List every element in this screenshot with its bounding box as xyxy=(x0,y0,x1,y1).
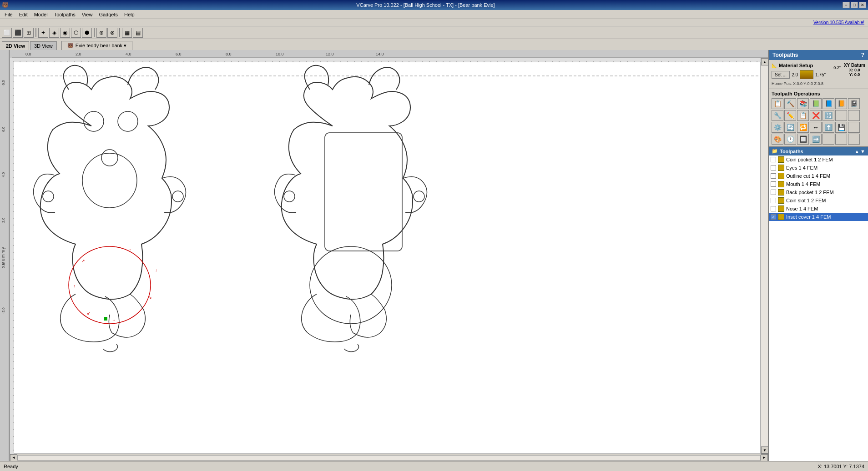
toolpaths-down-btn[interactable]: ▼ xyxy=(860,149,865,154)
op-fluting-btn[interactable]: ❌ xyxy=(810,110,822,121)
panel-title: Toolpaths xyxy=(772,52,798,58)
toolpath-checkbox-7[interactable]: ✓ xyxy=(771,214,776,220)
toolpath-item-0[interactable]: Coin pocket 1 2 FEM xyxy=(769,155,868,164)
scroll-down-button[interactable]: ▼ xyxy=(761,446,768,454)
toolbar-btn-2[interactable]: ⬛ xyxy=(13,28,23,38)
toolpaths-list-icon: 📁 xyxy=(772,148,778,154)
svg-text:4.0: 4.0 xyxy=(1,172,5,177)
op-edit-btn[interactable]: ↔️ xyxy=(810,122,822,133)
op-clock-btn[interactable]: 🕐 xyxy=(784,134,796,145)
close-button[interactable]: ✕ xyxy=(859,2,866,8)
toolbar-btn-12[interactable]: ▤ xyxy=(133,28,143,38)
menu-help[interactable]: Help xyxy=(121,11,137,18)
home-pos: Home Pos: X:0.0 Y:0.0 Z:0.8 xyxy=(772,81,865,86)
hscroll-track[interactable] xyxy=(17,455,761,461)
toolbar-btn-11[interactable]: ▦ xyxy=(122,28,132,38)
bear-drawing: → ↓ ↘ → ↙ ↑ ↗ xyxy=(14,62,760,453)
toolbar-btn-3[interactable]: ⊞ xyxy=(24,28,34,38)
op-recycle-btn[interactable]: 🔢 xyxy=(823,110,834,121)
file-tab[interactable]: 🐻 Evie teddy bear bank ▾ xyxy=(61,41,132,50)
tab-2d-view[interactable]: 2D View xyxy=(2,41,29,50)
op-unused3 xyxy=(848,122,860,133)
op-moulding-btn[interactable]: 📋 xyxy=(797,110,809,121)
toolpath-label-5: Coin slot 1 2 FEM xyxy=(786,198,826,203)
menu-toolpaths[interactable]: Toolpaths xyxy=(51,11,78,18)
menu-gadgets[interactable]: Gadgets xyxy=(96,11,121,18)
toolbar-btn-1[interactable]: ⬜ xyxy=(2,28,12,38)
toolpath-checkbox-4[interactable] xyxy=(771,190,776,195)
op-pocket-btn[interactable]: 🔨 xyxy=(784,98,796,109)
toolpath-item-1[interactable]: Eyes 1 4 FEM xyxy=(769,164,868,172)
status-text: Ready xyxy=(4,464,18,469)
toolbar-btn-9[interactable]: ⊕ xyxy=(96,28,106,38)
toolpath-item-7[interactable]: ✓Inset cover 1 4 FEM xyxy=(769,213,868,221)
toolpath-checkbox-3[interactable] xyxy=(771,181,776,187)
version-text: Version 10.505 Available! xyxy=(813,20,864,25)
vscroll[interactable]: ▲ ▼ xyxy=(761,58,768,454)
toolbar-btn-4[interactable]: ✦ xyxy=(38,28,48,38)
minimize-button[interactable]: − xyxy=(843,2,850,8)
toolpath-item-6[interactable]: Nose 1 4 FEM xyxy=(769,205,868,213)
op-reset-btn[interactable]: 🔁 xyxy=(797,122,809,133)
toolpath-icon-4 xyxy=(778,189,784,195)
toolbar-btn-8[interactable]: ⬢ xyxy=(82,28,92,38)
toolpath-item-2[interactable]: Outline cut 1 4 FEM xyxy=(769,172,868,180)
op-unused4 xyxy=(823,134,834,145)
op-simulate-all-btn[interactable]: 🔄 xyxy=(784,122,796,133)
menu-edit[interactable]: Edit xyxy=(16,11,30,18)
op-unused2 xyxy=(848,110,860,121)
op-move-btn[interactable]: 💾 xyxy=(835,122,847,133)
op-texture-btn[interactable]: 📙 xyxy=(835,98,847,109)
canvas[interactable]: → ↓ ↘ → ↙ ↑ ↗ xyxy=(10,58,761,454)
toolpath-label-1: Eyes 1 4 FEM xyxy=(786,165,818,170)
scroll-left-button[interactable]: ◄ xyxy=(10,454,17,461)
op-material-btn[interactable]: 🎨 xyxy=(772,134,783,145)
toolpath-checkbox-6[interactable] xyxy=(771,206,776,211)
scroll-up-button[interactable]: ▲ xyxy=(761,58,768,65)
toolpath-checkbox-1[interactable] xyxy=(771,165,776,170)
panel-help-btn[interactable]: ? xyxy=(861,52,864,58)
op-prism-btn[interactable]: 📓 xyxy=(848,98,860,109)
toolbar-btn-10[interactable]: ⊗ xyxy=(107,28,117,38)
op-drill-btn[interactable]: 📚 xyxy=(797,98,809,109)
op-twoside-btn[interactable]: ✏️ xyxy=(784,110,796,121)
op-profile-btn[interactable]: 📋 xyxy=(772,98,783,109)
op-arrange-btn[interactable]: 🔲 xyxy=(797,134,809,145)
svg-text:-0.0: -0.0 xyxy=(1,80,5,86)
op-export-btn[interactable]: ➡️ xyxy=(810,134,822,145)
set-material-button[interactable]: Set ... xyxy=(772,71,790,79)
op-3d-btn[interactable]: 🔧 xyxy=(772,110,783,121)
toolpaths-up-btn[interactable]: ▲ xyxy=(854,149,859,154)
toolpath-checkbox-5[interactable] xyxy=(771,198,776,203)
op-vcarve-btn[interactable]: 📗 xyxy=(810,98,822,109)
op-inlay-btn[interactable]: 📘 xyxy=(823,98,834,109)
toolpath-icon-6 xyxy=(778,205,784,212)
ruler-left: Dummy -0.0 6.0 4.0 2.0 0.0 -2.0 xyxy=(0,50,10,461)
toolbar-btn-5[interactable]: ◈ xyxy=(49,28,59,38)
toolbar-btn-6[interactable]: ◉ xyxy=(60,28,70,38)
menu-model[interactable]: Model xyxy=(31,11,50,18)
vscroll-track[interactable] xyxy=(761,65,768,446)
svg-text:↓: ↓ xyxy=(155,268,157,272)
toolpath-checkbox-0[interactable] xyxy=(771,157,776,162)
titlebar: 🐻 VCarve Pro 10.022 - [Ball High School … xyxy=(0,0,868,10)
tab-3d-view[interactable]: 3D View xyxy=(30,41,57,50)
toolpath-item-3[interactable]: Mouth 1 4 FEM xyxy=(769,180,868,188)
restore-button[interactable]: □ xyxy=(851,2,858,8)
toolpath-label-7: Inset cover 1 4 FEM xyxy=(786,214,831,220)
menu-file[interactable]: File xyxy=(2,11,15,18)
toolbar-btn-7[interactable]: ⬡ xyxy=(71,28,81,38)
menu-view[interactable]: View xyxy=(79,11,96,18)
scroll-right-button[interactable]: ► xyxy=(761,454,768,461)
size-label: 0.2" xyxy=(833,65,841,70)
hscroll[interactable]: ◄ ► xyxy=(10,454,768,461)
op-copy-btn[interactable]: ⬆️ xyxy=(823,122,834,133)
op-simulate-btn[interactable]: ⚙️ xyxy=(772,122,783,133)
file-tab-label: Evie teddy bear bank ▾ xyxy=(76,43,126,49)
toolpath-icon-7 xyxy=(778,214,784,220)
svg-text:8.0: 8.0 xyxy=(226,52,232,56)
toolpath-item-5[interactable]: Coin slot 1 2 FEM xyxy=(769,196,868,205)
toolpath-item-4[interactable]: Back pocket 1 2 FEM xyxy=(769,188,868,196)
viewtabs-row: 2D View 3D View 🐻 Evie teddy bear bank ▾ xyxy=(0,39,868,50)
toolpath-checkbox-2[interactable] xyxy=(771,173,776,179)
